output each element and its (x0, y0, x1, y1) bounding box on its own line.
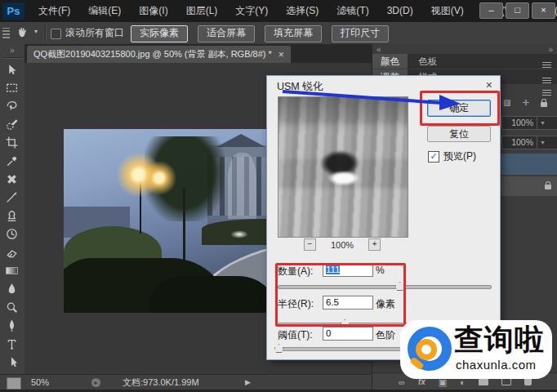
brush-tool[interactable] (2, 189, 22, 207)
clone-stamp-tool[interactable] (2, 207, 22, 225)
preview-zoom-value: 100% (331, 240, 354, 250)
window-controls: – □ × (479, 2, 555, 19)
lock-all-icon[interactable] (541, 98, 547, 109)
field-label: 阈值(T): (278, 328, 313, 342)
annotation-blue-arrow (278, 82, 464, 112)
menu-item[interactable]: 滤镜(T) (328, 0, 377, 22)
preview-zoom-controls: − 100% + (278, 238, 407, 251)
minimize-button[interactable]: – (479, 2, 503, 19)
panel-tab-row-color: 颜色 色板 (372, 54, 557, 69)
panel-menu-icon[interactable] (542, 74, 551, 86)
status-expand-icon[interactable]: ▶ (245, 375, 251, 390)
lock-transparency-icon[interactable]: ▨ (503, 98, 510, 109)
dodge-tool[interactable] (2, 298, 22, 316)
options-button[interactable]: 填充屏幕 (265, 25, 322, 42)
photo-arch-facade (228, 153, 256, 219)
scroll-all-windows-label: 滚动所有窗口 (65, 22, 124, 44)
field-unit: 色阶 (376, 328, 395, 342)
zoom-option-buttons: 实际像素适合屏幕填充屏幕打印尺寸 (131, 25, 389, 42)
zoom-level[interactable]: 50% (31, 375, 49, 390)
preview-checkbox-label: 预览(P) (443, 149, 476, 163)
tab-color[interactable]: 颜色 (372, 54, 408, 69)
options-button[interactable]: 适合屏幕 (198, 25, 255, 42)
tool-list (0, 60, 24, 390)
photoshop-window: Ps 文件(F)编辑(E)图像(I)图层(L)文字(Y)选择(S)滤镜(T)3D… (0, 0, 557, 392)
sharpen-preview[interactable] (278, 96, 408, 238)
menu-item[interactable]: 选择(S) (277, 0, 328, 22)
fill-value: 100% (506, 136, 533, 149)
maximize-button[interactable]: □ (506, 2, 529, 19)
watermark-name: 查询啦 (454, 322, 545, 358)
menu-item[interactable]: 3D(D) (378, 0, 422, 22)
document-tab[interactable]: QQ截图20190403215800.jpg @ 50% (背景 副本, RGB… (27, 46, 291, 63)
tab-swatches[interactable]: 色板 (410, 54, 445, 69)
move-tool[interactable] (2, 60, 22, 78)
chevron-down-icon: ▼ (537, 117, 546, 129)
chevron-down-icon[interactable]: ▾ (34, 28, 38, 35)
menu-item[interactable]: 文字(Y) (226, 0, 277, 22)
collapse-panel-icon[interactable]: » (0, 46, 24, 55)
menu-item[interactable]: 图像(I) (130, 0, 176, 22)
layer-lock-icons: ▨ ✛ (503, 98, 547, 109)
dialog-close-icon[interactable]: × (486, 78, 492, 91)
selected-layer-row[interactable] (501, 154, 557, 175)
document-tab-title: QQ截图20190403215800.jpg @ 50% (背景 副本, RGB… (33, 48, 272, 60)
options-button[interactable]: 打印尺寸 (332, 25, 389, 42)
lasso-tool[interactable] (2, 97, 22, 115)
tools-panel: » (0, 44, 25, 392)
eyedropper-tool[interactable] (2, 152, 22, 170)
photo-lamp-glow (141, 160, 177, 196)
separator (2, 57, 22, 59)
menu-item[interactable]: 图层(L) (177, 0, 227, 22)
expand-dock-icon[interactable]: » (548, 45, 553, 54)
status-icon: ▸ (91, 378, 100, 387)
panel-menu-icon[interactable] (542, 59, 551, 70)
layers-panel-menu-icon[interactable] (542, 87, 551, 98)
reset-button[interactable]: 复位 (427, 126, 491, 142)
photo-light-reflection (230, 230, 248, 238)
type-tool[interactable] (2, 335, 22, 353)
lock-position-icon[interactable]: ✛ (522, 98, 528, 109)
watermark-domain: chaxunla.com (456, 358, 537, 372)
crop-tool[interactable] (2, 134, 22, 152)
document-thumbnail (7, 377, 21, 390)
background-layer-row[interactable] (501, 176, 557, 196)
photo-tree-trunk (183, 188, 185, 261)
close-button[interactable]: × (532, 2, 555, 19)
menu-items: 文件(F)编辑(E)图像(I)图层(L)文字(Y)选择(S)滤镜(T)3D(D)… (29, 0, 557, 22)
menu-item[interactable]: 文件(F) (29, 0, 79, 22)
watermark: 查询啦 chaxunla.com (400, 320, 552, 379)
slider-handle[interactable] (274, 344, 283, 353)
hand-tool-icon[interactable] (16, 25, 29, 42)
tab-close-icon[interactable]: × (278, 49, 284, 60)
healing-brush-tool[interactable] (2, 170, 22, 188)
workspace-grid-icon[interactable] (2, 28, 10, 38)
eraser-tool[interactable] (2, 243, 22, 261)
blur-tool[interactable] (2, 280, 22, 298)
menu-item[interactable]: 视图(V) (422, 0, 473, 22)
marquee-tool[interactable] (2, 78, 22, 96)
fill-dropdown[interactable]: 100% ▼ (501, 136, 557, 149)
quick-selection-tool[interactable] (2, 115, 22, 133)
opacity-dropdown[interactable]: 100% ▼ (501, 116, 557, 130)
annotation-red-box-fields (275, 263, 406, 327)
menu-item[interactable]: 编辑(E) (79, 0, 130, 22)
chevron-down-icon: ▼ (537, 136, 546, 149)
preview-checkbox[interactable]: ✓ (428, 151, 439, 163)
link-icon[interactable]: ∞ (399, 373, 405, 391)
options-bar: ▾ 滚动所有窗口 实际像素适合屏幕填充屏幕打印尺寸 (0, 22, 557, 45)
scroll-all-windows-checkbox[interactable] (51, 29, 61, 39)
pen-tool[interactable] (2, 316, 22, 334)
zoom-in-button[interactable]: + (368, 238, 381, 251)
collapse-dock-icon[interactable]: « (377, 45, 381, 54)
layer-lock-icon (545, 180, 551, 192)
gradient-tool[interactable] (2, 261, 22, 279)
preview-checkbox-row: ✓ 预览(P) (428, 149, 476, 163)
path-selection-tool[interactable] (2, 353, 22, 371)
options-button[interactable]: 实际像素 (131, 25, 188, 42)
history-brush-tool[interactable] (2, 225, 22, 243)
zoom-out-button[interactable]: − (304, 238, 316, 251)
field-input[interactable]: 0 (323, 327, 373, 341)
menu-bar: Ps 文件(F)编辑(E)图像(I)图层(L)文字(Y)选择(S)滤镜(T)3D… (0, 0, 557, 23)
document-info: 文档:973.0K/1.99M (123, 375, 199, 390)
